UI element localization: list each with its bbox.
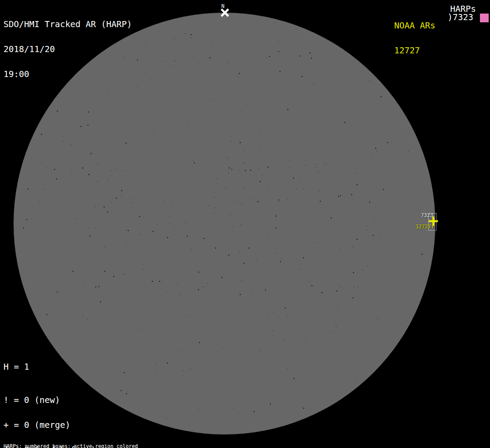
footer-caption: HARPs: numbered boxes; active region col… (4, 433, 181, 448)
magnetogram-speckle (305, 165, 305, 165)
magnetogram-speckle (94, 204, 95, 205)
magnetogram-speckle (166, 61, 166, 62)
magnetogram-speckle (112, 202, 112, 203)
magnetogram-speckle (250, 170, 251, 171)
magnetogram-speckle (210, 100, 211, 100)
magnetogram-speckle (124, 372, 125, 373)
magnetogram-speckle (53, 211, 54, 211)
magnetogram-speckle (167, 363, 168, 364)
magnetogram-speckle (164, 201, 165, 201)
magnetogram-speckle (312, 285, 312, 286)
magnetogram-speckle (245, 170, 246, 171)
magnetogram-speckle (232, 227, 233, 227)
magnetogram-speckle (229, 168, 230, 168)
magnetogram-speckle (210, 57, 210, 58)
magnetogram-speckle (315, 164, 316, 164)
magnetogram-speckle (77, 102, 78, 103)
magnetogram-speckle (159, 281, 160, 282)
magnetogram-speckle (76, 218, 76, 219)
magnetogram-speckle (326, 164, 326, 164)
magnetogram-speckle (231, 169, 232, 170)
magnetogram-speckle (82, 293, 83, 294)
magnetogram-speckle (98, 182, 98, 182)
magnetogram-speckle (166, 418, 167, 419)
magnetogram-speckle (275, 234, 275, 235)
magnetogram-speckle (297, 104, 298, 104)
magnetogram-speckle (268, 167, 269, 168)
magnetogram-speckle (215, 207, 215, 208)
magnetogram-speckle (157, 374, 157, 374)
magnetogram-speckle (269, 236, 269, 237)
magnetogram-speckle (71, 170, 72, 170)
magnetogram-speckle (198, 272, 199, 273)
magnetogram-speckle (126, 245, 126, 245)
magnetogram-speckle (100, 301, 101, 302)
magnetogram-speckle (191, 249, 192, 249)
magnetogram-speckle (269, 56, 270, 57)
magnetogram-speckle (268, 317, 269, 317)
magnetogram-speckle (278, 41, 279, 42)
magnetogram-speckle (251, 290, 252, 290)
magnetogram-speckle (215, 248, 216, 248)
magnetogram-speckle (287, 368, 288, 369)
magnetogram-speckle (137, 60, 138, 60)
magnetogram-speckle (97, 164, 98, 164)
magnetogram-speckle (164, 397, 165, 397)
magnetogram-speckle (367, 266, 367, 267)
magnetogram-speckle (218, 428, 218, 429)
magnetogram-speckle (121, 390, 122, 391)
magnetogram-speckle (56, 178, 57, 179)
magnetogram-speckle (324, 163, 325, 163)
magnetogram-speckle (374, 219, 375, 219)
magnetogram-speckle (145, 43, 146, 43)
magnetogram-speckle (123, 273, 124, 274)
magnetogram-speckle (337, 310, 338, 311)
magnetogram-speckle (106, 161, 107, 162)
magnetogram-speckle (150, 79, 150, 79)
magnetogram-speckle (168, 291, 168, 292)
magnetogram-speckle (265, 290, 266, 290)
magnetogram-speckle (87, 319, 88, 319)
magnetogram-speckle (221, 277, 222, 278)
magnetogram-speckle (105, 247, 105, 247)
magnetogram-speckle (363, 270, 363, 270)
magnetogram-speckle (107, 212, 108, 213)
magnetogram-speckle (319, 191, 319, 191)
magnetogram-speckle (180, 295, 181, 295)
magnetogram-speckle (178, 351, 179, 352)
magnetogram-speckle (128, 230, 129, 231)
magnetogram-speckle (50, 321, 50, 322)
magnetogram-speckle (237, 200, 238, 201)
magnetogram-speckle (232, 368, 232, 369)
magnetogram-speckle (144, 136, 144, 136)
magnetogram-speckle (83, 316, 83, 316)
magnetogram-speckle (88, 125, 88, 126)
noaa-ar-number-label: 12727↑ (416, 224, 434, 229)
magnetogram-speckle (241, 204, 242, 204)
magnetogram-speckle (280, 261, 281, 262)
magnetogram-speckle (242, 281, 242, 281)
magnetogram-speckle (336, 290, 337, 291)
magnetogram-speckle (187, 236, 188, 237)
magnetogram-speckle (133, 199, 134, 200)
magnetogram-speckle (385, 122, 386, 122)
magnetogram-speckle (300, 181, 301, 181)
magnetogram-speckle (170, 223, 170, 223)
magnetogram-speckle (383, 189, 384, 190)
magnetogram-speckle (57, 111, 58, 112)
magnetogram-speckle (408, 151, 409, 152)
magnetogram-speckle (169, 217, 169, 217)
magnetogram-speckle (354, 286, 354, 287)
magnetogram-speckle (336, 358, 336, 359)
magnetogram-speckle (194, 162, 195, 163)
magnetogram-speckle (282, 285, 282, 285)
magnetogram-speckle (326, 170, 326, 170)
magnetogram-speckle (107, 334, 107, 334)
magnetogram-speckle (152, 281, 153, 282)
magnetogram-speckle (281, 258, 281, 259)
magnetogram-speckle (278, 200, 279, 200)
magnetogram-speckle (126, 143, 126, 144)
magnetogram-speckle (311, 58, 312, 59)
date-label: 2018/11/20 (4, 45, 132, 53)
magnetogram-speckle (46, 314, 47, 315)
